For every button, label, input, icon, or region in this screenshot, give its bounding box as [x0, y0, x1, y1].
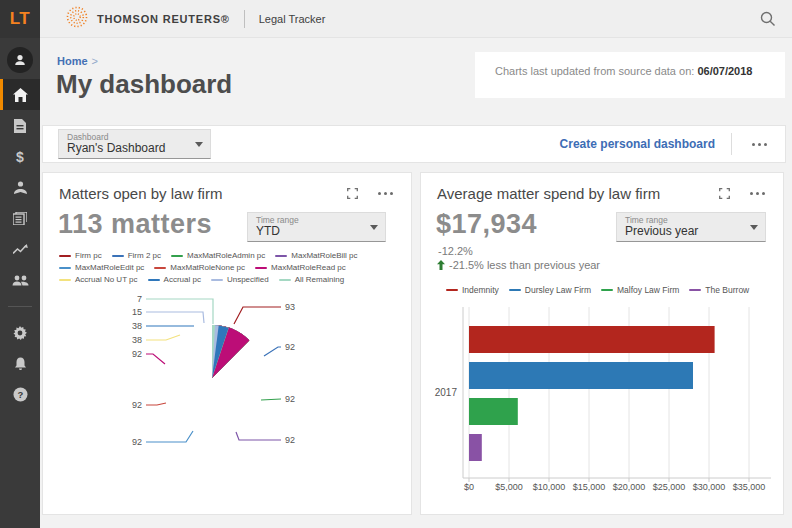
legend-label: MaxMatRoleBill pc: [291, 251, 357, 260]
pie-value-label: 92: [132, 400, 142, 410]
legend-label: Firm 2 pc: [128, 251, 161, 260]
pie-leader-line: [261, 399, 281, 400]
page-title: My dashboard: [56, 69, 232, 100]
legend-item: MaxMatRoleAdmin pc: [171, 251, 265, 260]
help-icon: ?: [13, 387, 28, 402]
x-axis-label: $20,000: [613, 482, 646, 492]
topbar-divider: [244, 10, 245, 28]
pie-leader-line: [146, 354, 165, 364]
chevron-down-icon: [195, 142, 203, 147]
legend-item: MaxMatRoleBill pc: [275, 251, 357, 260]
sidebar-item-notifications[interactable]: [0, 348, 40, 379]
delta-percent: -12.2%: [421, 240, 783, 257]
sidebar-item-people[interactable]: [0, 265, 40, 296]
legend-item: Accrual No UT pc: [59, 275, 138, 284]
dashboard-select[interactable]: Dashboard Ryan's Dashboard: [58, 129, 211, 159]
x-axis-label: $10,000: [533, 482, 566, 492]
breadcrumb-home-link[interactable]: Home: [57, 55, 88, 67]
create-personal-dashboard-link[interactable]: Create personal dashboard: [560, 137, 715, 151]
bar[interactable]: [469, 362, 693, 389]
legend-label: The Burrow: [705, 285, 749, 295]
legend-item: Indemnity: [446, 285, 499, 295]
sidebar-item-home[interactable]: [0, 79, 40, 110]
legend-swatch: [211, 279, 223, 281]
bar[interactable]: [469, 326, 715, 353]
legend-label: Accrual pc: [164, 275, 201, 284]
pie-leader-line: [146, 335, 180, 340]
expand-icon[interactable]: [719, 188, 730, 199]
legend-label: Malfoy Law Firm: [617, 285, 679, 295]
legend-label: Accrual No UT pc: [75, 275, 138, 284]
legend-label: MaxMatRoleAdmin pc: [187, 251, 265, 260]
legend-item: The Burrow: [689, 285, 749, 295]
x-axis-label: $35,000: [733, 482, 766, 492]
arrow-up-icon: [437, 260, 445, 270]
legend-swatch: [112, 255, 124, 257]
legend-swatch: [509, 289, 521, 291]
thomson-reuters-logo-icon: [66, 6, 88, 32]
x-axis-label: $5,000: [495, 482, 523, 492]
legend-item: Accrual pc: [148, 275, 201, 284]
legend-label: All Remaining: [295, 275, 344, 284]
user-avatar[interactable]: [7, 47, 33, 73]
legend-swatch: [148, 279, 160, 281]
pie-legend: Firm pcFirm 2 pcMaxMatRoleAdmin pcMaxMat…: [43, 251, 411, 284]
pie-value-label: 38: [132, 335, 142, 345]
home-icon: [13, 88, 28, 102]
brand-name: THOMSON REUTERS®: [97, 13, 230, 25]
card-more-options-icon[interactable]: [374, 188, 397, 199]
legend-swatch: [279, 279, 291, 281]
dashboard-select-value: Ryan's Dashboard: [67, 142, 188, 155]
sidebar: LT $: [0, 0, 40, 528]
y-category-label: 2017: [435, 387, 458, 398]
pie-value-label: 92: [285, 394, 295, 404]
breadcrumb-separator: >: [92, 55, 98, 67]
dashboard-more-options-icon[interactable]: [748, 139, 771, 150]
x-axis-label: $25,000: [653, 482, 686, 492]
sidebar-item-matters[interactable]: [0, 172, 40, 203]
legend-item: Unspecified: [211, 275, 269, 284]
card-more-options-icon[interactable]: [746, 188, 769, 199]
main-content: Home> Charts last updated from source da…: [40, 38, 792, 528]
time-range-select[interactable]: Time range Previous year: [616, 212, 766, 242]
bell-icon: [14, 357, 27, 371]
pie-leader-line: [146, 403, 166, 405]
bar[interactable]: [469, 434, 482, 461]
legend-swatch: [154, 267, 166, 269]
svg-text:?: ?: [17, 389, 23, 400]
sidebar-item-finance[interactable]: $: [0, 141, 40, 172]
document-icon: [14, 119, 26, 133]
legend-item: Firm 2 pc: [112, 251, 161, 260]
sidebar-item-documents[interactable]: [0, 110, 40, 141]
bar[interactable]: [469, 398, 518, 425]
x-axis-label: $15,000: [573, 482, 606, 492]
sidebar-item-settings[interactable]: [0, 317, 40, 348]
search-button[interactable]: [760, 11, 776, 27]
pie-value-label: 92: [132, 437, 142, 447]
legend-label: MaxMatRoleRead pc: [271, 263, 346, 272]
sidebar-item-help[interactable]: ?: [0, 379, 40, 410]
legend-swatch: [59, 255, 71, 257]
legend-item: MaxMatRoleRead pc: [255, 263, 346, 272]
divider: [731, 133, 732, 155]
legend-label: Indemnity: [462, 285, 499, 295]
legend-swatch: [275, 255, 287, 257]
pie-leader-line: [146, 312, 204, 323]
time-range-value: Previous year: [625, 225, 743, 238]
app-logo[interactable]: LT: [0, 0, 40, 38]
legend-swatch: [171, 255, 183, 257]
pie-value-label: 92: [132, 349, 142, 359]
legend-swatch: [255, 267, 267, 269]
bar-legend: IndemnityDursley Law FirmMalfoy Law Firm…: [421, 285, 783, 295]
legend-label: Firm pc: [75, 251, 102, 260]
legend-item: All Remaining: [279, 275, 344, 284]
sidebar-item-news[interactable]: [0, 203, 40, 234]
legend-label: Dursley Law Firm: [525, 285, 591, 295]
time-range-select[interactable]: Time range YTD: [247, 212, 386, 242]
pie-leader-line: [234, 307, 281, 324]
expand-icon[interactable]: [347, 188, 358, 199]
sidebar-item-analytics[interactable]: [0, 234, 40, 265]
avg-spend-card: Average matter spend by law firm $17,934…: [420, 172, 784, 515]
x-axis-label: $30,000: [693, 482, 726, 492]
charts-updated-banner: Charts last updated from source data on:…: [475, 52, 785, 98]
